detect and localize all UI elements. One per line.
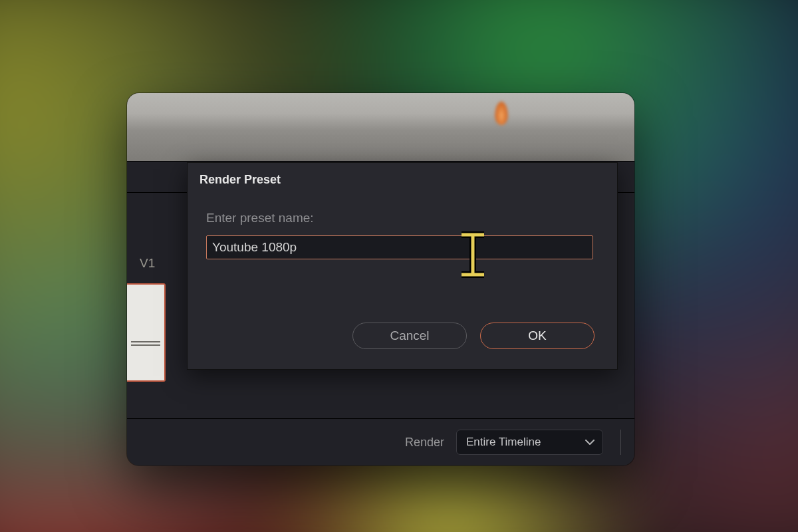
preview-detail: [495, 101, 508, 125]
chevron-down-icon: [585, 439, 595, 446]
video-preview-strip: [127, 93, 634, 162]
render-range-dropdown[interactable]: Entire Timeline: [456, 430, 603, 455]
bottom-render-bar: Render Entire Timeline: [127, 418, 634, 466]
cancel-button[interactable]: Cancel: [352, 323, 467, 349]
preset-name-input[interactable]: [206, 235, 593, 259]
dialog-title: Render Preset: [188, 163, 617, 187]
bottom-bar-divider: [620, 430, 621, 455]
preset-name-label: Enter preset name:: [206, 211, 314, 225]
clip-thumbnail[interactable]: [127, 283, 166, 382]
dialog-button-row: Cancel OK: [352, 323, 595, 349]
render-window: V1 Render Preset Enter preset name:: [127, 93, 634, 466]
render-preset-dialog: Render Preset Enter preset name: Cancel …: [187, 162, 618, 370]
track-v1-label: V1: [140, 256, 155, 271]
dropdown-value: Entire Timeline: [466, 436, 541, 449]
render-label: Render: [405, 436, 444, 450]
ok-button[interactable]: OK: [480, 323, 595, 349]
